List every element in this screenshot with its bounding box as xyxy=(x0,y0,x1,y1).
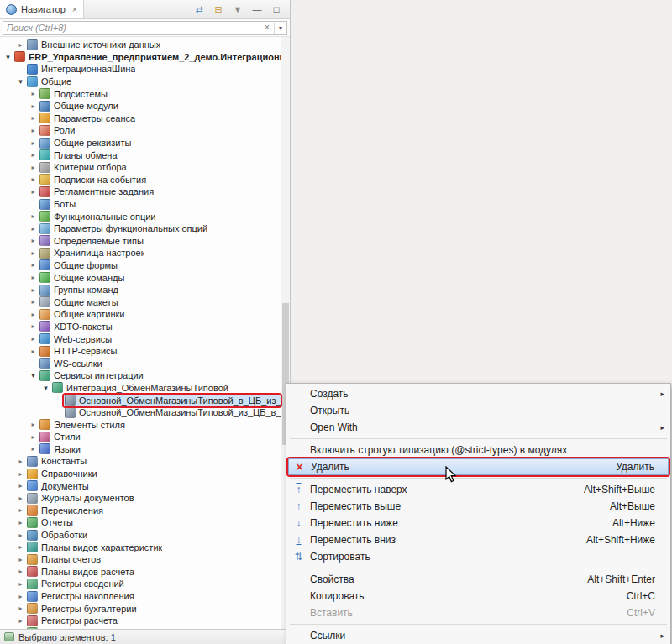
expand-arrow-icon[interactable]: ▸ xyxy=(15,458,26,465)
expand-arrow-icon[interactable]: ▸ xyxy=(28,225,39,233)
expand-arrow-icon[interactable]: ▸ xyxy=(28,348,39,355)
tree-item-content[interactable]: Интеграция_ОбменМагазиныТиповой xyxy=(51,382,281,394)
tree-item-content[interactable]: Подсистемы xyxy=(39,88,281,100)
tree-item[interactable]: ▸Элементы стиля xyxy=(0,418,281,431)
expand-arrow-icon[interactable]: ▸ xyxy=(28,274,39,281)
tree-item[interactable]: ▸Общие макеты xyxy=(0,296,281,308)
tree-item[interactable]: ▸Подписки на события xyxy=(0,174,281,186)
collapse-arrow-icon[interactable]: ▾ xyxy=(3,53,13,61)
collapse-arrow-icon[interactable]: ▾ xyxy=(28,371,39,380)
expand-arrow-icon[interactable]: ▸ xyxy=(28,445,39,453)
expand-arrow-icon[interactable]: ▸ xyxy=(28,237,39,244)
tree-item[interactable]: Боты xyxy=(0,198,281,211)
expand-arrow-icon[interactable]: ▸ xyxy=(28,127,39,134)
tree-item-content[interactable]: Бизнес-процессы xyxy=(26,627,281,629)
tree-item[interactable]: ▸Критерии отбора xyxy=(0,161,281,174)
expand-arrow-icon[interactable]: ▸ xyxy=(15,495,26,502)
tree-item-content[interactable]: Перечисления xyxy=(26,505,281,516)
menu-item-open-with[interactable]: Open With▸ xyxy=(288,419,669,436)
tree-item-content[interactable]: Критерии отбора xyxy=(39,161,281,173)
tree-item[interactable]: ▸Отчеты xyxy=(0,516,281,529)
tree-item[interactable]: ▸Общие реквизиты xyxy=(0,137,281,149)
tree-item-content[interactable]: XDTO-пакеты xyxy=(39,321,281,332)
tree-item[interactable]: ▸Внешние источники данных xyxy=(0,39,281,51)
tree-item[interactable]: ▸Общие картинки xyxy=(0,308,281,321)
tree-item-content[interactable]: Сервисы интеграции xyxy=(39,369,281,381)
tree-item-content[interactable]: Стили xyxy=(39,431,281,442)
expand-arrow-icon[interactable]: ▸ xyxy=(15,556,26,563)
tree-item-content[interactable]: Параметры сеанса xyxy=(39,113,281,124)
tree-item[interactable]: ▸Общие команды xyxy=(0,271,281,284)
maximize-icon[interactable]: □ xyxy=(270,3,283,16)
tree-item[interactable]: ▸Группы команд xyxy=(0,284,281,296)
menu-item-sort[interactable]: ⇅Сортировать xyxy=(288,548,669,565)
tree-item[interactable]: ▸XDTO-пакеты xyxy=(0,321,281,333)
tree-item-content[interactable]: Внешние источники данных xyxy=(26,39,281,50)
tree-item[interactable]: ▸Web-сервисы xyxy=(0,332,281,345)
expand-arrow-icon[interactable]: ▸ xyxy=(15,482,26,490)
tree-item-content[interactable]: Общие модули xyxy=(39,100,281,112)
expand-arrow-icon[interactable]: ▸ xyxy=(15,593,26,600)
close-icon[interactable]: × xyxy=(72,5,77,14)
tree-item-content[interactable]: Регламентные задания xyxy=(39,186,281,197)
tree-item-content[interactable]: Элементы стиля xyxy=(39,419,281,431)
tree-item-content[interactable]: Общие макеты xyxy=(39,296,281,308)
tree-item-content[interactable]: Хранилища настроек xyxy=(39,247,281,259)
tree-item-content[interactable]: Функциональные опции xyxy=(39,211,281,223)
tree-item[interactable]: ▸Документы xyxy=(0,479,281,492)
tree-item-content[interactable]: Регистры расчета xyxy=(26,615,281,626)
search-clear-icon[interactable]: × xyxy=(260,24,274,32)
tree-item-content[interactable]: Общие формы xyxy=(39,259,281,271)
tree-item-content[interactable]: ERP_Управление_предприятием_2_демо.Интег… xyxy=(13,51,281,63)
tree-item-content[interactable]: Основной_ОбменМагазиныТиповой_из_ЦБ_в_Ма… xyxy=(64,406,281,418)
tree-item[interactable]: WS-ссылки xyxy=(0,357,281,369)
tree-item[interactable]: ▸Константы xyxy=(0,455,281,468)
tree-item-content[interactable]: Параметры функциональных опций xyxy=(39,223,281,234)
tree-item[interactable]: ▸Хранилища настроек xyxy=(0,247,281,259)
tree-item[interactable]: ▸Бизнес-процессы xyxy=(0,627,281,630)
expand-arrow-icon[interactable]: ▸ xyxy=(15,470,26,478)
tree-item-content[interactable]: Обработки xyxy=(26,529,281,541)
tree-item-content[interactable]: Документы xyxy=(26,480,281,492)
expand-arrow-icon[interactable]: ▸ xyxy=(28,175,39,183)
tree-item[interactable]: ▾Сервисы интеграции xyxy=(0,369,281,382)
tree-item-content[interactable]: Языки xyxy=(39,443,281,455)
expand-arrow-icon[interactable]: ▸ xyxy=(28,212,39,220)
tree-item[interactable]: ▸Перечисления xyxy=(0,505,281,517)
tree-item-content[interactable]: Константы xyxy=(26,455,281,467)
tree-item-content[interactable]: Планы видов расчета xyxy=(26,566,281,578)
tree-item[interactable]: ▸Регистры расчета xyxy=(0,615,281,627)
tree-item[interactable]: ▾ERP_Управление_предприятием_2_демо.Инте… xyxy=(0,51,281,64)
tree-item[interactable]: ▸Общие модули xyxy=(0,100,281,113)
tree-item[interactable]: ▸Функциональные опции xyxy=(0,210,281,223)
search-dropdown-icon[interactable]: ▾ xyxy=(275,24,286,32)
tree-item-content[interactable]: Боты xyxy=(39,198,281,210)
tree-item[interactable]: ▾Общие xyxy=(0,76,281,88)
tree-item[interactable]: ▸Стили xyxy=(0,431,281,443)
expand-arrow-icon[interactable]: ▸ xyxy=(15,543,26,551)
tree-item-content[interactable]: Общие xyxy=(26,76,281,87)
expand-arrow-icon[interactable]: ▸ xyxy=(15,506,26,514)
tree-item[interactable]: ▸Регистры сведений xyxy=(0,578,281,590)
expand-arrow-icon[interactable]: ▸ xyxy=(28,90,39,97)
link-with-editor-icon[interactable]: ⇄ xyxy=(192,3,206,16)
search-input[interactable] xyxy=(3,23,260,33)
tree-item[interactable]: ▸Роли xyxy=(0,124,281,137)
expand-arrow-icon[interactable]: ▸ xyxy=(28,286,39,294)
tree-item-content[interactable]: Общие команды xyxy=(39,272,281,284)
menu-item-move-down[interactable]: ↓Переместить нижеAlt+Ниже xyxy=(288,515,669,531)
tree-item[interactable]: ▸HTTP-сервисы xyxy=(0,345,281,358)
menu-item-properties[interactable]: СвойстваAlt+Shift+Enter xyxy=(288,571,669,588)
tree-item[interactable]: ИнтеграционнаяШина xyxy=(0,63,281,76)
tree-item[interactable]: ▸Параметры сеанса xyxy=(0,113,281,125)
tree-item-content[interactable]: Общие картинки xyxy=(39,308,281,320)
expand-arrow-icon[interactable]: ▸ xyxy=(28,151,39,159)
tree-item[interactable]: ▸Параметры функциональных опций xyxy=(0,223,281,235)
tree-item[interactable]: Основной_ОбменМагазиныТиповой_в_ЦБ_из_Ма… xyxy=(0,394,281,406)
tree-item[interactable]: ▾Интеграция_ОбменМагазиныТиповой xyxy=(0,382,281,395)
tree-item-content[interactable]: Подписки на события xyxy=(39,174,281,186)
tree-item[interactable]: ▸Языки xyxy=(0,443,281,456)
menu-item-move-top[interactable]: ↑Переместить наверхAlt+Shift+Выше xyxy=(288,481,669,498)
expand-arrow-icon[interactable]: ▸ xyxy=(28,139,39,147)
expand-arrow-icon[interactable]: ▸ xyxy=(28,421,39,428)
